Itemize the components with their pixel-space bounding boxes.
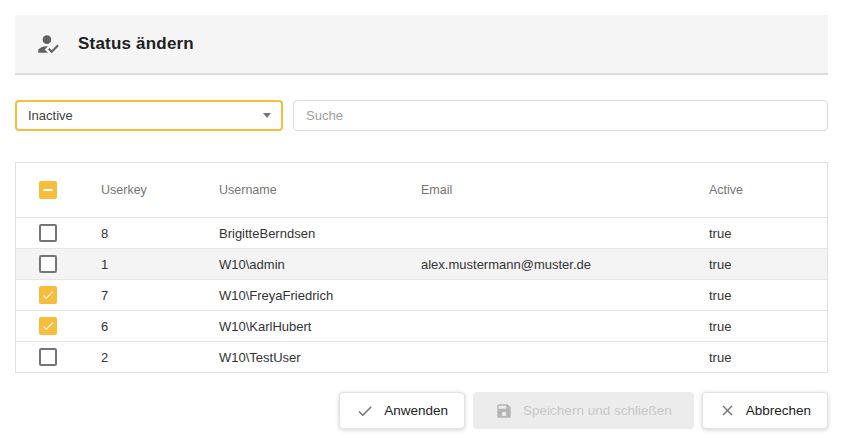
row-checkbox[interactable] [39, 286, 57, 304]
save-and-close-button[interactable]: Speichern und schließen [473, 392, 694, 429]
check-icon [356, 402, 374, 420]
status-select[interactable]: Inactive [15, 100, 283, 131]
chevron-down-icon [263, 113, 271, 118]
apply-button-label: Anwenden [384, 403, 448, 418]
row-checkbox[interactable] [39, 348, 57, 366]
row-checkbox[interactable] [39, 317, 57, 335]
table-header-row: Userkey Username Email Active [16, 163, 827, 217]
cell-username: W10\admin [219, 257, 421, 272]
check-icon [41, 288, 55, 302]
cell-active: true [709, 257, 827, 272]
check-icon [41, 319, 55, 333]
footer-button-bar: Anwenden Speichern und schließen Abbrech… [15, 392, 828, 429]
user-table: Userkey Username Email Active 8 Brigitte… [15, 162, 828, 373]
person-check-icon [35, 31, 61, 57]
cell-userkey: 6 [101, 319, 219, 334]
status-change-dialog: Status ändern Inactive Userkey Username … [0, 0, 843, 437]
cell-userkey: 7 [101, 288, 219, 303]
cell-active: true [709, 319, 827, 334]
cell-active: true [709, 226, 827, 241]
select-all-checkbox[interactable] [39, 181, 57, 199]
save-and-close-button-label: Speichern und schließen [523, 403, 672, 418]
cell-active: true [709, 288, 827, 303]
table-row[interactable]: 8 BrigitteBerndsen true [16, 217, 827, 248]
table-body: 8 BrigitteBerndsen true 1 W10\admin alex… [16, 217, 827, 372]
column-header-username[interactable]: Username [219, 183, 421, 197]
cell-username: W10\FreyaFriedrich [219, 288, 421, 303]
cell-email: alex.mustermann@muster.de [421, 257, 709, 272]
indeterminate-dash-icon [43, 189, 53, 191]
table-row[interactable]: 6 W10\KarlHubert true [16, 310, 827, 341]
cell-userkey: 2 [101, 350, 219, 365]
apply-button[interactable]: Anwenden [339, 392, 465, 429]
page-title: Status ändern [78, 34, 194, 54]
column-header-email[interactable]: Email [421, 183, 709, 197]
cell-userkey: 1 [101, 257, 219, 272]
table-row[interactable]: 1 W10\admin alex.mustermann@muster.de tr… [16, 248, 827, 279]
cell-active: true [709, 350, 827, 365]
column-header-active[interactable]: Active [709, 183, 827, 197]
cell-username: W10\KarlHubert [219, 319, 421, 334]
cell-username: W10\TestUser [219, 350, 421, 365]
column-header-userkey[interactable]: Userkey [101, 183, 219, 197]
table-row[interactable]: 7 W10\FreyaFriedrich true [16, 279, 827, 310]
save-icon [495, 402, 513, 420]
cancel-button-label: Abbrechen [746, 403, 811, 418]
cell-userkey: 8 [101, 226, 219, 241]
cell-username: BrigitteBerndsen [219, 226, 421, 241]
table-row[interactable]: 2 W10\TestUser true [16, 341, 827, 372]
close-icon [719, 402, 736, 419]
row-checkbox[interactable] [39, 224, 57, 242]
row-checkbox[interactable] [39, 255, 57, 273]
cancel-button[interactable]: Abbrechen [702, 392, 828, 429]
search-input[interactable] [293, 100, 828, 131]
dialog-header: Status ändern [15, 15, 828, 75]
status-select-value: Inactive [28, 108, 263, 123]
filter-bar: Inactive [15, 100, 828, 131]
